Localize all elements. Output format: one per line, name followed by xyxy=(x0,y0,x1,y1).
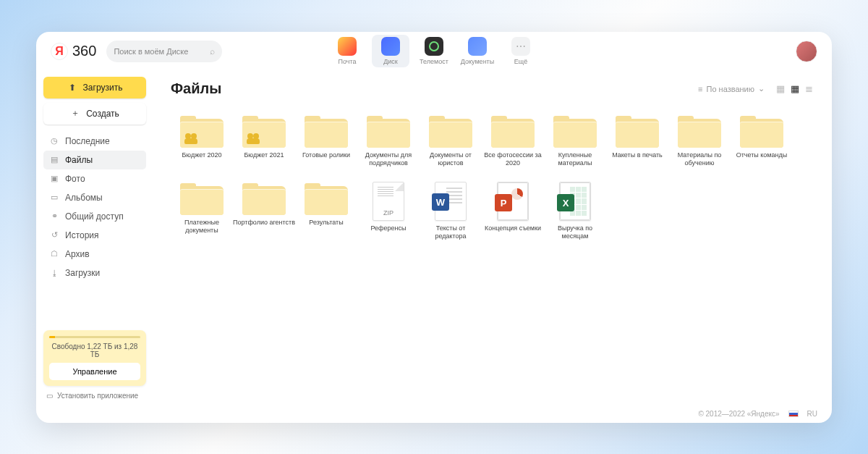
app-more[interactable]: ⋯Ещё xyxy=(502,35,540,67)
item-label: Результаты xyxy=(309,219,343,233)
nav-item[interactable]: ▤Файлы xyxy=(43,151,146,169)
item-label: Бюджет 2021 xyxy=(244,151,284,166)
upload-button[interactable]: ⬆ Загрузить xyxy=(43,77,146,98)
nav-label: Загрузки xyxy=(65,268,100,278)
nav-item[interactable]: ◷Последние xyxy=(43,132,146,151)
ppt-file-icon: P xyxy=(497,182,529,221)
nav-icon: ⚭ xyxy=(49,211,59,221)
grid-item[interactable]: Готовые ролики xyxy=(295,114,357,168)
nav-item[interactable]: ⚭Общий доступ xyxy=(43,207,146,226)
word-file-icon: W xyxy=(435,182,467,221)
logo[interactable]: Я 360 xyxy=(51,43,96,60)
folder-icon xyxy=(305,114,348,148)
app-window: Я 360 Поиск в моём Диске ⌕ ПочтаДискТеле… xyxy=(36,32,832,423)
grid-item[interactable]: Макеты в печать xyxy=(606,114,668,168)
grid-item[interactable]: ZIPРеференсы xyxy=(357,182,420,241)
upload-label: Загрузить xyxy=(83,83,123,93)
item-label: Купленные материалы xyxy=(544,151,606,168)
app-switcher: ПочтаДискТелемостДокументы⋯Ещё xyxy=(328,35,540,67)
item-label: Бюджет 2020 xyxy=(182,151,221,166)
grid-item[interactable]: PКонцепция съемки xyxy=(482,182,544,241)
mail-icon xyxy=(338,37,357,56)
item-label: Все фотосессии за 2020 xyxy=(482,151,544,168)
folder-icon xyxy=(429,114,472,148)
item-label: Портфолио агентств xyxy=(233,219,295,233)
create-label: Создать xyxy=(86,109,119,119)
create-button[interactable]: ＋ Создать xyxy=(43,103,146,125)
app-docs[interactable]: Документы xyxy=(459,35,496,67)
item-label: Документы для подрядчиков xyxy=(357,151,420,168)
folder-icon xyxy=(616,114,659,148)
lang-label[interactable]: RU xyxy=(807,410,817,418)
plus-icon: ＋ xyxy=(70,107,80,119)
folder-icon xyxy=(678,114,721,148)
sort-label: По названию xyxy=(707,85,755,93)
header: Я 360 Поиск в моём Диске ⌕ ПочтаДискТеле… xyxy=(36,32,832,71)
app-label: Почта xyxy=(339,58,357,65)
grid-item[interactable]: Все фотосессии за 2020 xyxy=(482,114,544,168)
nav-icon: ⭳ xyxy=(49,269,59,277)
grid-item[interactable]: Платежные документы xyxy=(171,182,233,241)
folder-icon xyxy=(180,114,224,148)
folder-icon xyxy=(491,114,535,148)
grid-item[interactable]: Документы для подрядчиков xyxy=(357,114,420,168)
item-label: Выручка по месяцам xyxy=(544,224,606,241)
view-list-icon[interactable]: ≣ xyxy=(804,83,814,94)
grid-item[interactable]: XВыручка по месяцам xyxy=(544,182,606,241)
app-label: Телемост xyxy=(420,58,448,65)
grid-item[interactable]: WТексты от редактора xyxy=(420,182,482,241)
grid-item[interactable]: Отчеты команды xyxy=(731,114,793,168)
nav-item[interactable]: ▭Альбомы xyxy=(43,188,146,207)
search-input[interactable]: Поиск в моём Диске ⌕ xyxy=(106,41,222,62)
item-label: Документы от юристов xyxy=(420,151,482,168)
grid-item[interactable]: Портфолио агентств xyxy=(233,182,295,241)
more-icon: ⋯ xyxy=(511,37,530,56)
app-tele[interactable]: Телемост xyxy=(415,35,453,67)
laptop-icon: ▭ xyxy=(46,392,53,400)
nav-label: История xyxy=(65,230,99,240)
grid-item[interactable]: Бюджет 2021 xyxy=(233,114,295,168)
grid-item[interactable]: Документы от юристов xyxy=(420,114,482,168)
grid-item[interactable]: Материалы по обучению xyxy=(668,114,731,168)
item-label: Тексты от редактора xyxy=(420,224,482,241)
search-icon: ⌕ xyxy=(210,46,215,56)
nav-item[interactable]: ⭳Загрузки xyxy=(43,264,146,282)
upload-icon: ⬆ xyxy=(67,83,77,93)
nav-label: Альбомы xyxy=(65,193,103,203)
app-disk[interactable]: Диск xyxy=(372,35,409,67)
item-label: Готовые ролики xyxy=(302,151,350,166)
view-switcher: ▦ ▦ ≣ xyxy=(775,83,814,94)
install-label: Установить приложение xyxy=(57,392,138,400)
sidebar-nav: ◷Последние▤Файлы▣Фото▭Альбомы⚭Общий дост… xyxy=(43,132,146,282)
nav-label: Архив xyxy=(65,249,90,259)
view-large-icon[interactable]: ▦ xyxy=(775,83,786,94)
item-label: Макеты в печать xyxy=(612,151,663,166)
folder-icon xyxy=(553,114,597,148)
grid-item[interactable]: Бюджет 2020 xyxy=(171,114,233,168)
storage-manage-button[interactable]: Управление xyxy=(49,363,140,380)
nav-item[interactable]: ↺История xyxy=(43,226,146,245)
storage-bar xyxy=(49,336,140,338)
grid-item[interactable]: Результаты xyxy=(295,182,357,241)
tele-icon xyxy=(425,37,443,56)
nav-icon: ▭ xyxy=(49,193,59,202)
install-app-link[interactable]: ▭ Установить приложение xyxy=(43,392,146,400)
item-label: Референсы xyxy=(371,224,407,239)
sort-dropdown[interactable]: ≡ По названию ⌄ xyxy=(698,84,765,93)
body: ⬆ Загрузить ＋ Создать ◷Последние▤Файлы▣Ф… xyxy=(36,71,832,405)
nav-icon: ▤ xyxy=(49,155,59,164)
folder-icon xyxy=(305,182,348,215)
nav-item[interactable]: ☖Архив xyxy=(43,245,146,264)
avatar[interactable] xyxy=(796,41,817,62)
folder-icon xyxy=(242,182,286,215)
nav-item[interactable]: ▣Фото xyxy=(43,169,146,188)
view-grid-icon[interactable]: ▦ xyxy=(789,83,801,94)
item-label: Отчеты команды xyxy=(736,151,788,166)
main-area: Файлы ≡ По названию ⌄ ▦ ▦ ≣ Бюджет 2020Б… xyxy=(153,71,832,405)
app-label: Диск xyxy=(383,58,398,65)
app-mail[interactable]: Почта xyxy=(328,35,366,67)
grid-item[interactable]: Купленные материалы xyxy=(544,114,606,168)
file-grid: Бюджет 2020Бюджет 2021Готовые роликиДоку… xyxy=(171,114,814,241)
nav-label: Общий доступ xyxy=(65,211,124,222)
disk-icon xyxy=(381,37,400,56)
